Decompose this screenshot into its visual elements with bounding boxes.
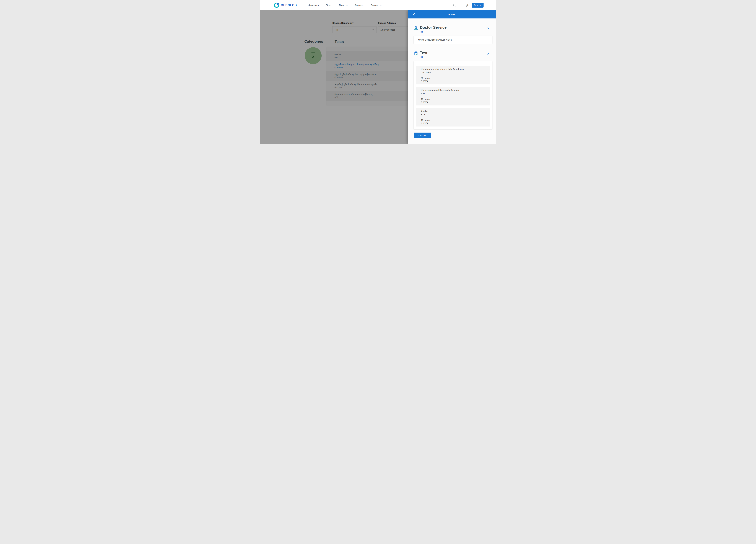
remove-icon [487,27,489,29]
remove-icon [487,53,489,55]
remove-test-section-button[interactable] [487,52,490,56]
order-item-name: Արյան ընդհանուր հտ. + լեյկոֆորմուլա [421,68,485,70]
order-item: Արյան ընդհանուր հտ. + լեյկոֆորմուլա CBC … [416,66,490,84]
test-section-head: Test HH [414,51,492,58]
order-item-duration: 30 րոպե [421,77,485,79]
order-item-price: 5.000֏ [421,80,485,83]
main-nav: Laboratories Tests About Us Cabinets Con… [307,2,389,8]
doctor-service-subtitle: HH [420,31,446,33]
nav-item-cabinets[interactable]: Cabinets [355,2,363,8]
doctor-service-titles: Doctor Service HH [420,25,446,33]
search-icon [453,4,456,7]
order-item-name: Ասպարտատամինոտրանսֆերազ [421,89,485,91]
orders-drawer-body: Doctor Service HH Online Cobsu [408,18,496,144]
nav-item-contact-us[interactable]: Contact Us [371,2,381,8]
remove-doctor-service-button[interactable] [487,27,490,30]
order-item-duration: 10 րոպե [421,98,485,100]
brand[interactable]: MEDGLOB [274,3,297,8]
continue-button[interactable]: continue [414,132,431,138]
test-section: Test HH Արյան [414,51,492,129]
nav-item-about-us[interactable]: About Us [339,2,347,8]
doctor-service-section: Doctor Service HH Online Cobsu [414,25,492,44]
test-section-titles: Test HH [420,51,427,58]
order-item-duration: 10 րոպե [421,119,485,121]
test-section-title: Test [420,51,427,55]
app-root: MEDGLOB Laboratories Tests About Us Cabi… [260,0,496,144]
medglob-logo-icon [274,3,279,8]
test-section-subtitle: HH [420,56,427,58]
close-icon [412,13,415,16]
order-item-price: 3.000֏ [421,101,485,104]
header-right: Login Sign up [452,3,484,8]
header-divider [460,3,460,7]
test-document-icon [414,51,419,56]
doctor-service-head: Doctor Service HH [414,25,492,33]
order-item-divider [421,75,485,75]
order-item: Asadsa RTIC 10 րոպե 3.000֏ [416,108,490,126]
brand-name: MEDGLOB [281,3,297,7]
doctor-service-title: Doctor Service [420,25,446,30]
orders-drawer-header: Orders [408,10,496,18]
nav-item-laboratories[interactable]: Laboratories [307,2,319,8]
order-item-name: Asadsa [421,110,485,112]
doctor-service-card: Online Cobsultation Avagyan Narek [414,36,492,44]
orders-title: Orders [448,13,455,16]
order-item-code: AST [421,92,485,95]
order-item-price: 3.000֏ [421,122,485,125]
doctor-icon [414,26,419,30]
doctor-service-item: Online Cobsultation Avagyan Narek [418,39,452,41]
site-header: MEDGLOB Laboratories Tests About Us Cabi… [260,0,496,10]
order-item-code: RTIC [421,113,485,116]
search-button[interactable] [452,3,457,7]
orders-drawer: Orders [408,10,496,144]
main-area: Choose Beneficiary HH Choose Address 1 S… [260,10,496,144]
login-link[interactable]: Login [464,4,469,7]
order-item-code: CBC DIFF [421,71,485,73]
nav-item-tests[interactable]: Tests [326,2,331,8]
signup-button[interactable]: Sign up [472,3,484,8]
order-item: Ասպարտատամինոտրանսֆերազ AST 10 րոպե 3.00… [416,87,490,105]
test-order-card: Արյան ընդհանուր հտ. + լեյկոֆորմուլա CBC … [414,61,492,129]
close-drawer-button[interactable] [412,12,416,16]
